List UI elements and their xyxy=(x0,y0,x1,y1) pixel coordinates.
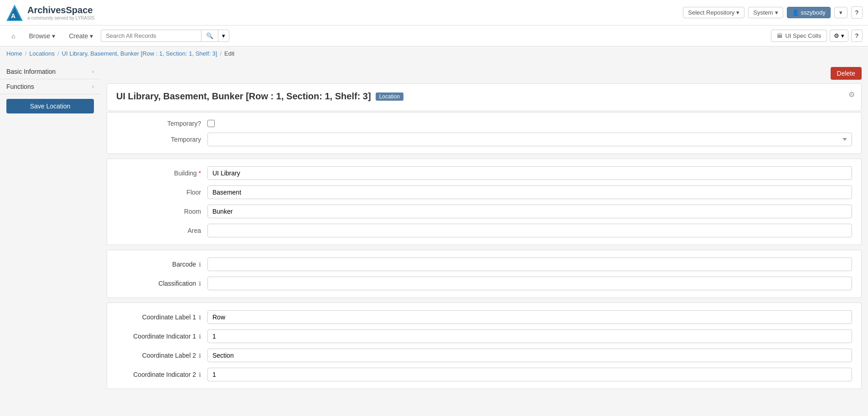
record-title-row: UI Library, Basement, Bunker [Row : 1, S… xyxy=(116,91,852,102)
barcode-help-icon[interactable]: ℹ xyxy=(199,261,201,268)
delete-button[interactable]: Delete xyxy=(831,67,862,80)
coord-label1-input[interactable] xyxy=(207,310,852,324)
coord-label2-help-icon[interactable]: ℹ xyxy=(199,352,201,359)
breadcrumb-edit: Edit xyxy=(224,50,234,57)
coord-label1-container: Coordinate Label 1 ℹ xyxy=(116,313,207,321)
logo-text: ArchivesSpace a community served by LYRA… xyxy=(27,5,94,21)
create-chevron-icon: ▾ xyxy=(90,32,93,40)
form-row-temporary-select: Temporary Yes No xyxy=(116,133,852,146)
logo-icon: A xyxy=(5,4,24,22)
room-input[interactable] xyxy=(207,205,852,218)
breadcrumb-sep-3: / xyxy=(220,50,222,57)
coord-indicator1-container: Coordinate Indicator 1 ℹ xyxy=(116,333,207,340)
coord-indicator2-help-icon[interactable]: ℹ xyxy=(199,371,201,378)
form-section-temporary: Temporary? Temporary Yes No xyxy=(107,112,862,154)
sidebar: Basic Information › Functions › Save Loc… xyxy=(0,61,100,416)
coord-indicator2-input[interactable] xyxy=(207,368,852,381)
logo: A ArchivesSpace a community served by LY… xyxy=(5,4,94,22)
area-label: Area xyxy=(116,227,207,234)
home-button[interactable]: ⌂ xyxy=(5,30,21,42)
create-button[interactable]: Create ▾ xyxy=(63,30,99,42)
sidebar-item-basic-information[interactable]: Basic Information › xyxy=(0,64,100,79)
coord-indicator1-input[interactable] xyxy=(207,329,852,343)
search-input[interactable] xyxy=(101,30,201,42)
browse-button[interactable]: Browse ▾ xyxy=(23,30,61,42)
coord-label2-label: Coordinate Label 2 xyxy=(142,352,196,359)
floor-label: Floor xyxy=(116,189,207,196)
top-help-button[interactable]: ? xyxy=(851,6,863,19)
classification-label: Classification xyxy=(159,280,196,287)
top-nav-left: A ArchivesSpace a community served by LY… xyxy=(5,4,94,22)
coord-label2-container: Coordinate Label 2 ℹ xyxy=(116,352,207,359)
sec-nav-right: 🏛 UI Spec Colls ⚙ ▾ ? xyxy=(771,30,863,42)
main-layout: Basic Information › Functions › Save Loc… xyxy=(0,61,868,416)
record-header: UI Library, Basement, Bunker [Row : 1, S… xyxy=(107,83,862,111)
record-title: UI Library, Basement, Bunker [Row : 1, S… xyxy=(116,91,371,102)
barcode-label-container: Barcode ℹ xyxy=(116,261,207,268)
user-icon: 👤 xyxy=(792,9,799,16)
classification-help-icon[interactable]: ℹ xyxy=(199,280,201,287)
form-section-coordinates: Coordinate Label 1 ℹ Coordinate Indicato… xyxy=(107,303,862,389)
select-repository-button[interactable]: Select Repository ▾ xyxy=(683,7,744,18)
building-label: Building xyxy=(116,169,207,177)
top-nav-right: Select Repository ▾ System ▾ 👤 sszybody … xyxy=(683,6,863,19)
coord-label1-label: Coordinate Label 1 xyxy=(142,313,196,321)
chevron-down-icon: ▾ xyxy=(839,9,842,16)
breadcrumb-home[interactable]: Home xyxy=(6,50,22,57)
breadcrumb-locations[interactable]: Locations xyxy=(29,50,55,57)
barcode-label: Barcode xyxy=(172,261,196,268)
search-container: 🔍 ▾ xyxy=(101,30,229,42)
settings-button[interactable]: ⚙ ▾ xyxy=(830,30,848,42)
search-icon: 🔍 xyxy=(206,32,213,39)
classification-input[interactable] xyxy=(207,277,852,290)
temporary-checkbox[interactable] xyxy=(207,120,215,127)
breadcrumb-sep-2: / xyxy=(57,50,59,57)
temporary-select-label: Temporary xyxy=(116,136,207,143)
breadcrumb-sep-1: / xyxy=(25,50,27,57)
basic-info-chevron-icon: › xyxy=(92,68,94,75)
search-button[interactable]: 🔍 xyxy=(201,30,218,42)
functions-chevron-icon: › xyxy=(92,83,94,90)
system-button[interactable]: System ▾ xyxy=(748,7,783,18)
content-area: Delete UI Library, Basement, Bunker [Row… xyxy=(100,61,868,416)
coord-indicator1-help-icon[interactable]: ℹ xyxy=(199,333,201,340)
gear-icon: ⚙ xyxy=(834,32,839,39)
form-row-coord-label2: Coordinate Label 2 ℹ xyxy=(116,349,852,362)
floor-input[interactable] xyxy=(207,185,852,199)
barcode-input[interactable] xyxy=(207,257,852,271)
app-name: ArchivesSpace xyxy=(27,5,94,15)
form-row-room: Room xyxy=(116,205,852,218)
form-row-classification: Classification ℹ xyxy=(116,277,852,290)
user-dropdown-button[interactable]: ▾ xyxy=(834,7,847,18)
coord-label1-help-icon[interactable]: ℹ xyxy=(199,314,201,321)
search-drop-chevron-icon: ▾ xyxy=(222,32,225,39)
classification-label-container: Classification ℹ xyxy=(116,280,207,287)
sidebar-item-functions[interactable]: Functions › xyxy=(0,79,100,94)
sec-help-button[interactable]: ? xyxy=(851,30,863,42)
help-icon: ? xyxy=(855,32,858,39)
breadcrumb-record[interactable]: UI Library, Basement, Bunker [Row : 1, S… xyxy=(62,50,217,57)
area-input[interactable] xyxy=(207,224,852,237)
coord-indicator2-container: Coordinate Indicator 2 ℹ xyxy=(116,371,207,378)
record-help-icon[interactable]: ⚙ xyxy=(848,90,855,99)
form-section-barcode: Barcode ℹ Classification ℹ xyxy=(107,250,862,298)
form-row-floor: Floor xyxy=(116,185,852,199)
chevron-down-icon: ▾ xyxy=(775,9,778,16)
user-button[interactable]: 👤 sszybody xyxy=(787,7,831,18)
sec-nav-left: ⌂ Browse ▾ Create ▾ 🔍 ▾ xyxy=(5,30,229,42)
coord-label2-input[interactable] xyxy=(207,349,852,362)
temporary-check-label: Temporary? xyxy=(116,120,207,127)
save-location-button[interactable]: Save Location xyxy=(6,99,94,113)
temporary-select[interactable]: Yes No xyxy=(207,133,852,146)
secondary-navigation: ⌂ Browse ▾ Create ▾ 🔍 ▾ 🏛 UI Spec Colls … xyxy=(0,26,868,46)
home-icon: ⌂ xyxy=(11,32,15,40)
location-badge: Location xyxy=(376,92,403,101)
ui-spec-colls-button[interactable]: 🏛 UI Spec Colls xyxy=(771,30,827,42)
building-input[interactable] xyxy=(207,166,852,180)
settings-chevron-icon: ▾ xyxy=(841,32,844,39)
form-row-barcode: Barcode ℹ xyxy=(116,257,852,271)
breadcrumb: Home / Locations / UI Library, Basement,… xyxy=(0,46,868,61)
room-label: Room xyxy=(116,208,207,215)
search-dropdown-button[interactable]: ▾ xyxy=(218,30,229,42)
svg-text:A: A xyxy=(11,12,16,20)
